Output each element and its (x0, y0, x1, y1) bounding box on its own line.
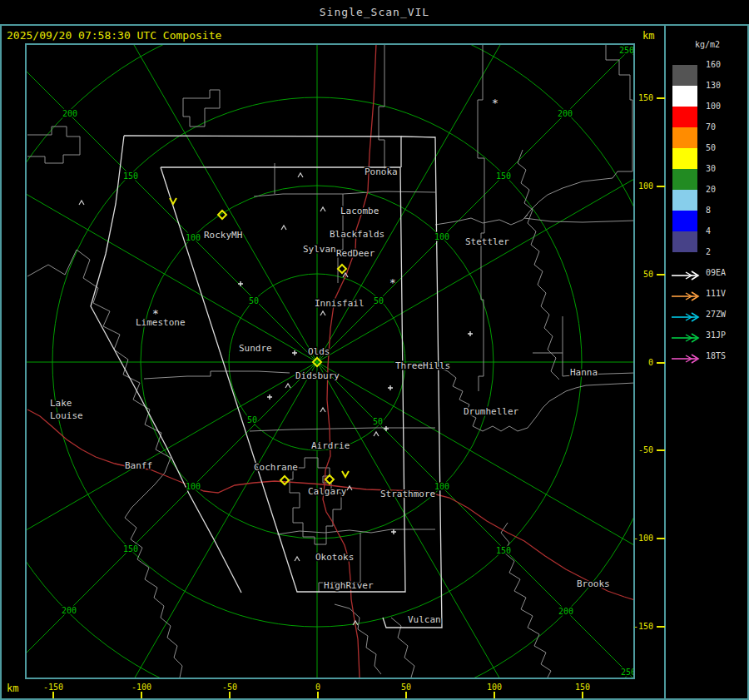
bottom-axis-tick-label: -150 (37, 683, 70, 692)
right-axis-tick-label: 50 (633, 270, 653, 279)
right-axis-tick-mark (657, 186, 665, 187)
right-axis-tick-mark (657, 274, 665, 276)
ring-distance-label: 200 (558, 607, 573, 616)
county-boundary-line (144, 371, 290, 379)
city-label: HighRiver (324, 580, 374, 591)
bottom-axis-tick-label: -100 (125, 683, 158, 692)
bottom-axis-tick-label: -50 (213, 683, 246, 692)
town-plus-marker-icon (468, 331, 473, 336)
bottom-axis-tick-mark (582, 692, 583, 698)
right-axis-tick-label: -150 (633, 622, 653, 631)
vee-marker-icon (342, 471, 349, 477)
window-title: Single_Scan_VIL (0, 6, 749, 18)
bottom-axis-tick-mark (317, 692, 319, 698)
city-label: ThreeHills (395, 360, 450, 371)
legend-swatch (672, 127, 697, 148)
legend-scale-value: 70 (706, 122, 716, 132)
radar-coverage-boundary (383, 137, 442, 628)
radar-arrow-icon (671, 268, 702, 278)
city-label: Sundre (239, 343, 272, 354)
caret-marker-icon (374, 432, 379, 436)
town-plus-marker-icon (292, 350, 297, 355)
radar-site-id: 27ZW (706, 310, 726, 319)
radar-map-canvas: 2502001501005050100150200250501001502002… (27, 45, 633, 678)
right-axis-tick-mark (657, 449, 665, 451)
city-label: Airdrie (311, 440, 350, 451)
city-label: Blackfalds (330, 229, 384, 240)
asterisk-marker-icon: * (152, 307, 159, 320)
county-boundary-line (518, 150, 559, 380)
legend-swatch (672, 86, 697, 107)
city-label: Calgary (308, 486, 347, 497)
right-axis-tick-mark (657, 97, 665, 99)
legend-swatch (672, 107, 697, 127)
radar-map-display[interactable]: 2502001501005050100150200250501001502002… (25, 43, 635, 679)
legend-scale-value: 2 (706, 247, 711, 256)
caret-marker-icon (281, 226, 286, 230)
ring-distance-label: 150 (123, 544, 138, 554)
caret-marker-icon (320, 311, 325, 315)
city-label: Lacombe (340, 206, 379, 216)
town-plus-marker-icon (267, 395, 272, 400)
county-boundary-line (379, 45, 384, 171)
caret-marker-icon (320, 207, 325, 211)
city-label: Drumheller (464, 406, 519, 417)
city-label: Cochrane (254, 462, 298, 473)
county-boundary-line (391, 618, 414, 678)
radar-arrow-icon (671, 289, 702, 299)
title-bar[interactable]: Single_Scan_VIL (0, 0, 749, 24)
ring-distance-label: 250 (621, 668, 633, 677)
town-plus-marker-icon (384, 426, 389, 431)
radial-line (84, 45, 317, 362)
right-axis-tick-label: 0 (633, 358, 653, 367)
county-boundary-line (183, 90, 220, 127)
caret-marker-icon (298, 173, 303, 177)
radial-line (84, 362, 317, 678)
legend-swatch (672, 190, 697, 211)
county-boundary-line (435, 215, 528, 225)
radar-site-id: 18TS (706, 351, 726, 360)
bottom-axis-tick-mark (405, 692, 407, 698)
right-axis-tick-label: 100 (633, 181, 653, 191)
town-plus-marker-icon (391, 529, 396, 534)
caret-marker-icon (320, 408, 325, 412)
ring-distance-label: 100 (186, 482, 201, 491)
ring-distance-label: 100 (434, 232, 449, 241)
ring-distance-label: 50 (374, 296, 384, 305)
legend-scale-value: 30 (706, 164, 716, 173)
county-boundary-line (27, 250, 182, 678)
caret-marker-icon (79, 201, 84, 205)
bottom-axis-tick-mark (141, 692, 142, 698)
right-axis-tick-label: -50 (633, 445, 653, 454)
vee-marker-icon (170, 198, 176, 204)
county-boundary-line (27, 127, 80, 163)
city-label: Louise (50, 410, 83, 421)
radial-line (317, 45, 550, 362)
right-axis-tick-mark (657, 626, 665, 628)
ring-distance-label: 50 (373, 417, 383, 426)
bottom-axis-tick-label: 0 (301, 683, 335, 692)
right-axis-tick-label: 150 (633, 93, 653, 102)
radar-site-id: 31JP (706, 330, 726, 340)
asterisk-marker-icon: * (492, 97, 499, 109)
city-label: Sylvan (303, 244, 336, 255)
caret-marker-icon (285, 384, 290, 388)
legend-scale-value: 130 (706, 81, 721, 90)
legend-unit-label: kg/m2 (682, 40, 732, 49)
legend-swatch (672, 65, 697, 86)
scan-timestamp: 2025/09/20 07:58:30 UTC Composite (7, 29, 221, 42)
city-label: Hanna (570, 367, 598, 378)
ring-distance-label: 250 (619, 46, 633, 55)
radial-line (317, 362, 633, 595)
window-border-left (0, 0, 2, 700)
legend-scale-value: 4 (706, 226, 711, 236)
ring-distance-label: 100 (434, 482, 449, 491)
city-label: Ponoka (365, 166, 398, 177)
ring-distance-label: 150 (496, 546, 511, 555)
bottom-axis-unit: km (7, 683, 18, 694)
county-boundary-line (435, 366, 633, 431)
ring-distance-label: 150 (123, 171, 138, 181)
city-label: Innisfail (315, 298, 365, 309)
right-axis-unit: km (642, 30, 654, 42)
radar-site-id: 09EA (706, 268, 726, 277)
